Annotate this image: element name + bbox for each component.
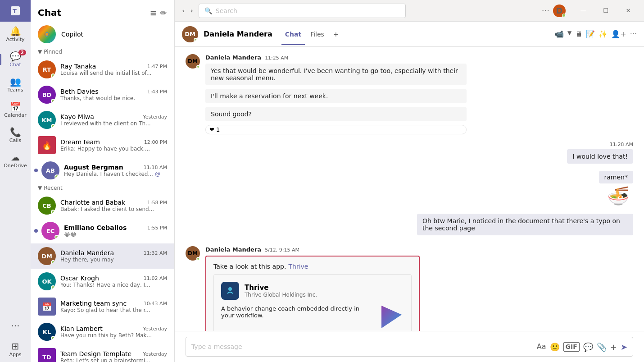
sidebar-item-onedrive[interactable]: ☁ OneDrive [0,148,31,173]
tab-add[interactable]: + [330,29,342,40]
minimize-button[interactable]: — [573,4,594,18]
gif-icon[interactable]: GIF [563,342,580,352]
format-icon[interactable]: Aa [537,342,546,352]
chat-notes-icon[interactable]: 📝 [586,30,595,38]
sidebar-item-teams[interactable]: 👥 Teams [0,72,31,97]
chat-item-preview-kian: Have you run this by Beth? Mak... [60,332,167,339]
pinned-label: Pinned [44,49,62,55]
tab-files[interactable]: Files [307,29,328,40]
attach-icon[interactable]: 📎 [597,342,607,352]
chevron-down-call-icon[interactable]: ▼ [567,30,571,38]
messages-area: DM Daniela Mandera 11:25 AM Yes that wou… [175,47,644,331]
sidebar-item-chat[interactable]: 💬 Chat 2 [0,47,31,72]
unread-dot-august [34,169,38,172]
add-icon[interactable]: + [610,342,617,352]
tab-chat[interactable]: Chat [281,29,305,40]
chat-item-time-emiliano: 1:55 PM [147,225,167,231]
titlebar: ‹ › 🔍 Search ··· D — ☐ ✕ [175,0,644,22]
avatar-kian: KL [38,323,56,341]
chat-item-preview-emiliano: 😂😂 [64,231,167,238]
filter-icon[interactable]: ≡ [150,8,157,18]
chat-item-preview-row-august: Hey Daniela, I haven't checked... @ [64,171,167,177]
onedrive-label: OneDrive [4,163,27,169]
sidebar-item-calendar[interactable]: 📅 Calendar [0,97,31,123]
msg-bubble-dm1-2: I'll make a reservation for next week. [205,89,467,103]
sidebar-item-calls[interactable]: 📞 Calls [0,123,31,148]
message-input-placeholder: Type a message [191,343,533,350]
chat-item-time-august: 11:18 AM [144,165,167,170]
chat-item-preview-dream: Erika: Happy to have you back,... [60,146,167,152]
chat-item-oscar[interactable]: OK Oscar Krogh 11:02 AM You: Thanks! Hav… [31,269,174,294]
more-icon[interactable]: ··· [630,30,637,38]
calls-label: Calls [9,137,21,143]
msg-reaction-dm1[interactable]: ❤ 1 [205,125,467,134]
sticker-icon[interactable]: 💬 [583,342,593,352]
recent-section-header[interactable]: ▼ Recent [31,183,174,193]
search-box[interactable]: 🔍 Search [199,4,406,18]
close-button[interactable]: ✕ [618,4,639,18]
chat-list-panel: Chat ≡ ✏ Copilot ▼ Pinned RT Ray [31,0,175,362]
chat-item-time-team-design: Yesterday [143,351,167,357]
copilot-name: Copilot [61,31,83,38]
status-august [54,174,59,179]
nav-bar: T 🔔 Activity 💬 Chat 2 👥 Teams 📅 Calendar… [0,0,31,362]
status-beth [51,99,55,103]
more-options-icon[interactable]: ··· [542,6,549,15]
ai-icon[interactable]: ✨ [599,30,608,38]
add-people-icon[interactable]: 👤+ [611,30,626,38]
chat-item-kayo[interactable]: KM Kayo Miwa Yesterday I reviewed with t… [31,107,174,133]
app-logo: T [0,0,31,22]
chat-item-name-beth: Beth Davies [60,88,98,95]
chat-item-team-design[interactable]: TD Team Design Template Yesterday Reta: … [31,344,174,362]
chat-item-name-marketing: Marketing team sync [60,300,127,307]
chat-item-kian[interactable]: KL Kian Lambert Yesterday Have you run t… [31,319,174,344]
apps-label: Apps [9,352,21,357]
self-msg-bubble-btw: Oh btw Marie, I noticed in the document … [417,214,633,235]
chevron-down-icon-recent: ▼ [38,185,42,191]
video-call-icon[interactable]: 📹 [555,30,564,38]
pinned-section-header[interactable]: ▼ Pinned [31,47,174,57]
sidebar-item-activity[interactable]: 🔔 Activity [0,22,31,47]
status-ray [51,73,55,78]
sidebar-item-apps[interactable]: ⊞ Apps [0,337,31,362]
chat-panel-header-icons: ≡ ✏ [150,8,167,18]
user-avatar[interactable]: D [553,5,566,17]
chat-item-ray[interactable]: RT Ray Tanaka 1:47 PM Louisa will send t… [31,57,174,82]
chat-item-august[interactable]: AB August Bergman 11:18 AM Hey Daniela, … [31,158,174,183]
thrive-link[interactable]: Thrive [289,263,308,270]
ramen-noodle-emoji: 🍜 [607,185,630,206]
screen-share-icon[interactable]: 🖥 [575,30,582,38]
chat-item-marketing[interactable]: 📅 Marketing team sync 10:43 AM Kayo: So … [31,294,174,319]
chevron-down-icon: ▼ [38,49,42,55]
chat-panel-title: Chat [38,7,61,18]
status-charlotte [51,210,55,214]
send-button[interactable]: ➤ [621,342,627,352]
chat-item-daniela[interactable]: DM Daniela Mandera 11:32 AM Hey there, y… [31,243,174,269]
copilot-item[interactable]: Copilot [31,22,174,47]
msg-bubble-dm2: Take a look at this app. [213,263,286,270]
chat-item-dream[interactable]: 🔥 Dream team 12:00 PM Erika: Happy to ha… [31,133,174,158]
avatar-marketing: 📅 [38,298,56,316]
avatar-beth: BD [38,86,56,104]
chat-item-emiliano[interactable]: EC Emiliano Ceballos 1:55 PM 😂😂 [31,218,174,243]
msg-content-dm1: Daniela Mandera 11:25 AM Yes that would … [205,54,467,134]
chat-item-charlotte[interactable]: CB Charlotte and Babak 1:58 PM Babak: I … [31,193,174,218]
new-chat-icon[interactable]: ✏ [160,8,167,18]
self-msg-bubble-1: I would love that! [567,149,633,164]
nav-more-button[interactable]: ··· [0,315,31,337]
back-button[interactable]: ‹ [180,5,186,17]
chat-item-content-marketing: Marketing team sync 10:43 AM Kayo: So gl… [60,300,167,313]
chat-item-time-kian: Yesterday [143,326,167,332]
self-msg-ramen: ramen* [599,171,633,183]
avatar-oscar: OK [38,272,56,290]
onedrive-icon: ☁ [11,153,20,162]
message-input-box[interactable]: Type a message Aa 🙂 GIF 💬 📎 + ➤ [186,337,633,357]
app-card-company: Thrive Global Holdings Inc. [245,292,317,298]
forward-button[interactable]: › [188,5,195,17]
emoji-icon[interactable]: 🙂 [550,342,560,352]
maximize-button[interactable]: ☐ [595,4,616,18]
app-card-desc: A behavior change coach embedded directl… [221,305,372,319]
msg-avatar-status-dm1 [196,65,200,69]
chat-item-beth[interactable]: BD Beth Davies 1:43 PM Thanks, that woul… [31,82,174,107]
svg-point-5 [228,287,232,291]
